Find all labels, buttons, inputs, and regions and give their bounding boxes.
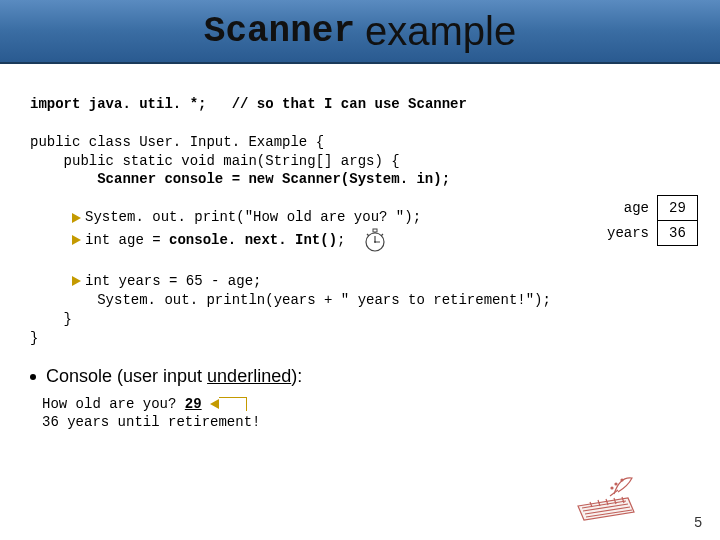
keyboard-art-icon (568, 466, 648, 526)
console-user-input: 29 (185, 396, 202, 412)
svg-point-5 (611, 487, 613, 489)
arrow-right-icon (72, 213, 81, 223)
page-number: 5 (694, 514, 702, 530)
svg-point-3 (615, 483, 617, 485)
console-prompt: How old are you? (42, 396, 185, 412)
arrow-left-icon (210, 399, 219, 409)
console-result: 36 years until retirement! (42, 414, 260, 430)
console-output: How old are you? 29 36 years until retir… (42, 395, 690, 433)
variable-table: age 29 years 36 (599, 195, 698, 246)
code-line: System. out. print("How old are you? "); (85, 209, 421, 225)
code-line (30, 171, 97, 187)
code-line: System. out. println(years + " years to … (30, 292, 551, 308)
bullet-icon (30, 374, 36, 380)
var-label-age: age (599, 196, 658, 221)
code-scanner-decl: Scanner console = new Scanner(System. in… (97, 171, 450, 187)
arrow-right-icon (72, 235, 81, 245)
arrow-right-icon (72, 276, 81, 286)
title-mono: Scanner (204, 11, 355, 52)
bullet-row: Console (user input underlined): (30, 366, 690, 387)
code-line: public class User. Input. Example { (30, 134, 324, 150)
stopwatch-icon (362, 227, 388, 253)
code-import: import java. util. *; (30, 96, 206, 112)
code-line: int age = (85, 232, 169, 248)
code-comment: // so that I can use Scanner (232, 96, 467, 112)
code-next-int: console. next. Int() (169, 232, 337, 248)
svg-point-4 (621, 479, 623, 481)
svg-rect-2 (373, 229, 377, 232)
title-bar: Scanner example (0, 0, 720, 64)
title-sans: example (365, 9, 516, 54)
bullet-text: Console (user input underlined): (46, 366, 302, 386)
code-line: } (30, 330, 38, 346)
var-label-years: years (599, 221, 658, 246)
var-value-age: 29 (658, 196, 698, 221)
code-line: int years = 65 - age; (85, 273, 261, 289)
code-line: public static void main(String[] args) { (30, 153, 400, 169)
var-value-years: 36 (658, 221, 698, 246)
code-block: import java. util. *; // so that I can u… (30, 76, 690, 348)
bent-connector (219, 397, 247, 411)
code-line: } (30, 311, 72, 327)
